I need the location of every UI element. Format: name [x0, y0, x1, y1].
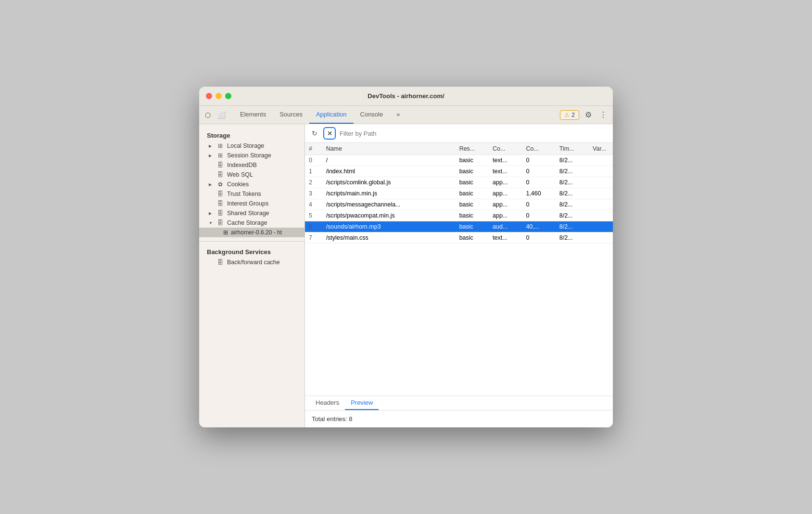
close-button[interactable] — [206, 93, 212, 99]
warning-count: 2 — [571, 112, 575, 118]
table-row[interactable]: 1 /index.html basic text... 0 8/2... — [305, 166, 613, 177]
cell-name: /scripts/pwacompat.min.js — [322, 210, 456, 221]
table-row[interactable]: 0 / basic text... 0 8/2... — [305, 155, 613, 166]
session-storage-arrow — [209, 153, 214, 158]
table-row[interactable]: 5 /scripts/pwacompat.min.js basic app...… — [305, 210, 613, 221]
web-sql-label: Web SQL — [227, 171, 253, 178]
cell-co2: 0 — [522, 232, 555, 244]
cell-num: 5 — [305, 210, 322, 221]
cell-co1: app... — [489, 188, 522, 199]
sidebar-item-local-storage[interactable]: ⊞ Local Storage — [199, 141, 304, 151]
sidebar-item-indexed-db[interactable]: 🗄 IndexedDB — [199, 160, 304, 170]
cookies-label: Cookies — [227, 181, 249, 188]
cell-num: 1 — [305, 166, 322, 177]
tab-sources[interactable]: Sources — [273, 106, 309, 124]
main-content: Storage ⊞ Local Storage ⊞ Session Storag… — [199, 124, 613, 427]
col-header-name: Name — [322, 143, 456, 155]
col-header-co2: Co... — [522, 143, 555, 155]
tab-more[interactable]: » — [390, 106, 406, 124]
trust-tokens-icon: 🗄 — [216, 191, 224, 197]
cell-co2: 40,... — [522, 221, 555, 232]
cell-num: 0 — [305, 155, 322, 166]
tab-headers[interactable]: Headers — [310, 396, 345, 410]
cell-co1: app... — [489, 177, 522, 188]
sidebar-item-web-sql[interactable]: 🗄 Web SQL — [199, 170, 304, 180]
filter-input[interactable] — [340, 130, 608, 137]
tab-console[interactable]: Console — [354, 106, 390, 124]
cell-co2: 0 — [522, 166, 555, 177]
shared-storage-arrow — [209, 211, 214, 216]
indexed-db-label: IndexedDB — [227, 162, 257, 168]
devtools-window: DevTools - airhorner.com/ ⬡ ⬜ Elements S… — [199, 87, 613, 427]
cell-num: 7 — [305, 232, 322, 244]
refresh-button[interactable]: ↻ — [310, 128, 319, 138]
cell-co2: 0 — [522, 177, 555, 188]
cell-num: 4 — [305, 199, 322, 210]
devtools-icons: ⬡ ⬜ — [203, 109, 233, 121]
local-storage-arrow — [209, 143, 214, 148]
col-header-var: Var... — [589, 143, 613, 155]
cursor-icon[interactable]: ⬡ — [203, 109, 213, 121]
sidebar-item-cookies[interactable]: ✿ Cookies — [199, 180, 304, 189]
cell-var — [589, 221, 613, 232]
back-forward-label: Back/forward cache — [227, 259, 280, 266]
sidebar-item-interest-groups[interactable]: 🗄 Interest Groups — [199, 199, 304, 208]
web-sql-icon: 🗄 — [216, 171, 224, 178]
local-storage-label: Local Storage — [227, 142, 264, 149]
sidebar-divider — [199, 241, 304, 242]
tab-preview[interactable]: Preview — [345, 396, 379, 410]
cell-var — [589, 199, 613, 210]
table-body: 0 / basic text... 0 8/2... 1 /index.html… — [305, 155, 613, 244]
cell-co1: app... — [489, 199, 522, 210]
cell-name: /scripts/comlink.global.js — [322, 177, 456, 188]
maximize-button[interactable] — [225, 93, 231, 99]
cell-res: basic — [456, 221, 489, 232]
warning-icon: ⚠ — [564, 112, 570, 118]
table-row[interactable]: 2 /scripts/comlink.global.js basic app..… — [305, 177, 613, 188]
cell-name: /sounds/airhorn.mp3 — [322, 221, 456, 232]
cell-res: basic — [456, 166, 489, 177]
session-storage-icon: ⊞ — [216, 152, 224, 159]
sidebar: Storage ⊞ Local Storage ⊞ Session Storag… — [199, 124, 305, 427]
cell-name: /scripts/main.min.js — [322, 188, 456, 199]
cell-tim: 8/2... — [556, 166, 589, 177]
sidebar-item-cache-child[interactable]: ⊞ airhorner-0.6.20 - ht — [199, 228, 304, 237]
sidebar-item-session-storage[interactable]: ⊞ Session Storage — [199, 151, 304, 160]
cell-co1: app... — [489, 210, 522, 221]
minimize-button[interactable] — [216, 93, 222, 99]
cell-co2: 0 — [522, 210, 555, 221]
device-icon[interactable]: ⬜ — [216, 109, 228, 121]
table-row[interactable]: 6 /sounds/airhorn.mp3 basic aud... 40,..… — [305, 221, 613, 232]
toolbar-right: ⚠ 2 ⚙ ⋮ — [560, 108, 609, 121]
cell-num: 2 — [305, 177, 322, 188]
back-forward-icon: 🗄 — [216, 259, 224, 266]
cell-tim: 8/2... — [556, 232, 589, 244]
shared-storage-icon: 🗄 — [216, 210, 224, 217]
cell-co1: text... — [489, 232, 522, 244]
sidebar-item-cache-storage[interactable]: 🗄 Cache Storage — [199, 218, 304, 228]
tab-application[interactable]: Application — [309, 106, 354, 124]
cache-table: # Name Res... Co... Co... Tim... Var... … — [305, 143, 613, 396]
sidebar-item-back-forward[interactable]: 🗄 Back/forward cache — [199, 257, 304, 267]
sidebar-item-trust-tokens[interactable]: 🗄 Trust Tokens — [199, 189, 304, 199]
background-section-label: Background Services — [199, 245, 304, 257]
table-row[interactable]: 4 /scripts/messagechannela... basic app.… — [305, 199, 613, 210]
cache-storage-arrow — [209, 220, 214, 225]
settings-icon[interactable]: ⚙ — [583, 108, 594, 121]
more-icon[interactable]: ⋮ — [597, 108, 609, 121]
cell-res: basic — [456, 155, 489, 166]
cell-name: /index.html — [322, 166, 456, 177]
col-header-co1: Co... — [489, 143, 522, 155]
clear-filter-button[interactable]: ✕ — [323, 127, 336, 140]
table-row[interactable]: 3 /scripts/main.min.js basic app... 1,46… — [305, 188, 613, 199]
table-row[interactable]: 7 /styles/main.css basic text... 0 8/2..… — [305, 232, 613, 244]
interest-groups-label: Interest Groups — [227, 200, 268, 207]
tab-elements[interactable]: Elements — [233, 106, 273, 124]
cell-var — [589, 177, 613, 188]
cell-co1: aud... — [489, 221, 522, 232]
warning-badge[interactable]: ⚠ 2 — [560, 110, 579, 120]
cell-name: /styles/main.css — [322, 232, 456, 244]
sidebar-item-shared-storage[interactable]: 🗄 Shared Storage — [199, 208, 304, 218]
bottom-content: Total entries: 8 — [305, 411, 613, 427]
cookies-arrow — [209, 182, 214, 187]
